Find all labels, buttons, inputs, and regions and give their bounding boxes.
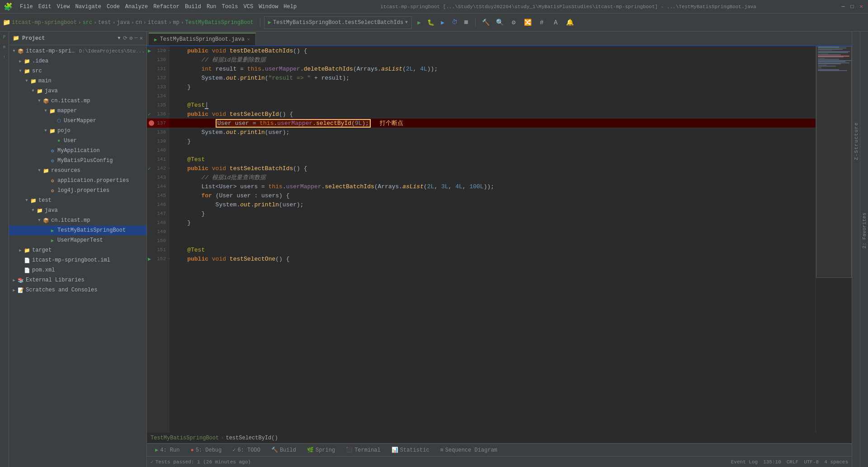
git-button[interactable]: 🔀 — [521, 16, 534, 29]
tree-item-resources[interactable]: ▼ 📁 resources — [9, 166, 146, 176]
tree-item-user[interactable]: ● User — [9, 136, 146, 146]
menu-navigate[interactable]: Navigate — [75, 4, 101, 10]
tree-item-testmybatis[interactable]: ▶ TestMyBatisSpringBoot — [9, 225, 146, 235]
status-encoding[interactable]: UTF-8 — [804, 459, 819, 465]
menu-window[interactable]: Window — [259, 4, 278, 10]
project-tool-icon[interactable]: P — [1, 33, 8, 41]
git-icon-left[interactable]: ↑ — [1, 53, 8, 61]
favorites-label[interactable]: 2: Favorites — [862, 213, 867, 248]
mp-crumb[interactable]: mp — [173, 19, 179, 26]
tree-item-pom[interactable]: 📄 pom.xml — [9, 265, 146, 275]
bottom-tab-build[interactable]: 🔨 Build — [267, 446, 301, 454]
tree-item-log4j[interactable]: ⚙ log4j.properties — [9, 186, 146, 195]
bottom-tab-statistic[interactable]: 📊 Statistic — [387, 446, 434, 454]
tree-item-scratches[interactable]: ▶ 📝 Scratches and Consoles — [9, 285, 146, 295]
menu-file[interactable]: File — [20, 4, 33, 10]
itcast-crumb[interactable]: itcast — [148, 19, 167, 26]
fold-129[interactable]: – — [168, 48, 170, 53]
bottom-tab-spring[interactable]: 🌿 Spring — [302, 446, 340, 454]
breadcrumb-method[interactable]: testSelectById() — [226, 435, 278, 441]
tab-close-button[interactable]: ✕ — [247, 37, 250, 42]
status-crlf[interactable]: CRLF — [787, 459, 798, 465]
tree-item-root[interactable]: ▼ 📦 itcast-mp-springboot D:\IdeaProjects… — [9, 46, 146, 56]
menu-code[interactable]: Code — [107, 4, 120, 10]
java-arrow[interactable]: ▼ — [30, 88, 36, 94]
stop-button[interactable]: ⏹ — [461, 17, 472, 28]
tree-item-appprops[interactable]: ⚙ application.properties — [9, 176, 146, 186]
settings-button[interactable]: ⚙ — [507, 16, 520, 29]
menu-bar[interactable]: File Edit View Navigate Code Analyze Ref… — [20, 4, 297, 10]
menu-analyze[interactable]: Analyze — [125, 4, 148, 10]
tree-item-testpackage[interactable]: ▼ 📦 cn.itcast.mp — [9, 215, 146, 225]
maximize-button[interactable]: □ — [849, 4, 855, 10]
tree-item-main[interactable]: ▼ 📁 main — [9, 76, 146, 86]
root-arrow[interactable]: ▼ — [11, 48, 17, 54]
gear-icon[interactable]: ⚙ — [129, 35, 132, 42]
target-arrow[interactable]: ▶ — [17, 247, 24, 253]
idea-arrow[interactable]: ▶ — [17, 58, 24, 64]
main-arrow[interactable]: ▼ — [24, 78, 30, 84]
java-crumb[interactable]: java — [117, 19, 130, 26]
tree-item-testjava[interactable]: ▼ 📁 java — [9, 205, 146, 215]
run-config-dropdown-icon[interactable]: ▼ — [405, 20, 408, 25]
z-structure-label[interactable]: Z-Structure — [854, 122, 859, 160]
tree-item-usermapper[interactable]: ⬡ UserMapper — [9, 116, 146, 126]
project-dropdown-icon[interactable]: ▼ — [118, 36, 120, 41]
bottom-tab-terminal[interactable]: ⬛ Terminal — [341, 446, 385, 454]
sync-icon[interactable]: ⟳ — [123, 35, 127, 42]
package-arrow[interactable]: ▼ — [36, 98, 42, 104]
menu-tools[interactable]: Tools — [222, 4, 238, 10]
tree-item-package[interactable]: ▼ 📦 cn.itcast.mp — [9, 96, 146, 106]
menu-vcs[interactable]: VCS — [244, 4, 254, 10]
menu-edit[interactable]: Edit — [38, 4, 52, 10]
tree-item-myapp[interactable]: ⚙ MyApplication — [9, 146, 146, 156]
terminal-button[interactable]: A — [549, 16, 562, 29]
test-arrow[interactable]: ▼ — [24, 197, 30, 204]
code-content[interactable]: public void testDeleteBatchIds() { // 根据… — [170, 46, 816, 433]
minimize-button[interactable]: ─ — [840, 4, 846, 10]
class-crumb[interactable]: TestMyBatisSpringBoot — [185, 19, 254, 26]
structure-icon[interactable]: ≡ — [1, 43, 8, 51]
bottom-tab-todo[interactable]: ✓ 6: TODO — [228, 446, 265, 454]
minimize-panel-icon[interactable]: ─ — [135, 35, 138, 42]
resources-arrow[interactable]: ▼ — [36, 167, 42, 174]
menu-run[interactable]: Run — [207, 4, 217, 10]
tree-item-mapper[interactable]: ▼ 📁 mapper — [9, 106, 146, 116]
tab-testmybatis[interactable]: ▶ TestMyBatisSpringBoot.java ✕ — [149, 33, 256, 45]
tree-item-pojo[interactable]: ▼ 📁 pojo — [9, 126, 146, 136]
tree-item-config[interactable]: ⚙ MyBatisPlusConfig — [9, 156, 146, 166]
tree-item-idea[interactable]: ▶ 📁 .idea — [9, 56, 146, 66]
tree-item-extlibs[interactable]: ▶ 📚 External Libraries — [9, 275, 146, 285]
minimap[interactable] — [816, 46, 852, 433]
project-tree[interactable]: ▼ 📦 itcast-mp-springboot D:\IdeaProjects… — [9, 45, 146, 467]
run-button[interactable]: ▶ — [414, 17, 425, 28]
event-log-button[interactable]: Event Log — [731, 459, 758, 465]
build-button[interactable]: 🔨 — [479, 16, 492, 29]
testpackage-arrow[interactable]: ▼ — [36, 217, 42, 224]
bottom-tab-debug[interactable]: ● 5: Debug — [186, 446, 226, 454]
breadcrumb-class[interactable]: TestMyBatisSpringBoot — [151, 435, 219, 441]
menu-help[interactable]: Help — [283, 4, 297, 10]
run-config-selector[interactable]: ▶ TestMyBatisSpringBoot.testSelectBatchI… — [264, 16, 412, 29]
fold-142[interactable]: – — [168, 166, 170, 171]
fold-136[interactable]: – — [168, 112, 170, 116]
tree-item-target[interactable]: ▶ 📁 target — [9, 245, 146, 255]
more-button[interactable]: # — [535, 16, 548, 29]
tree-item-java[interactable]: ▼ 📁 java — [9, 86, 146, 96]
scratches-arrow[interactable]: ▶ — [11, 287, 17, 293]
tree-item-iml[interactable]: 📄 itcast-mp-springboot.iml — [9, 255, 146, 265]
tree-item-src[interactable]: ▼ 📁 src — [9, 66, 146, 76]
menu-view[interactable]: View — [57, 4, 70, 10]
debug-button[interactable]: 🐛 — [425, 17, 436, 28]
tree-item-usermappertest[interactable]: ▶ UserMapperTest — [9, 235, 146, 245]
menu-build[interactable]: Build — [185, 4, 201, 10]
src-arrow[interactable]: ▼ — [17, 68, 24, 74]
close-panel-icon[interactable]: ✕ — [140, 35, 143, 42]
extlibs-arrow[interactable]: ▶ — [11, 277, 17, 283]
status-indent[interactable]: 4 spaces — [824, 459, 848, 465]
status-position[interactable]: 135:10 — [763, 459, 781, 465]
close-button[interactable]: ✕ — [858, 4, 864, 10]
search-button[interactable]: 🔍 — [493, 16, 506, 29]
project-name[interactable]: itcast-mp-springboot — [12, 19, 77, 26]
fold-152[interactable]: – — [168, 257, 170, 261]
